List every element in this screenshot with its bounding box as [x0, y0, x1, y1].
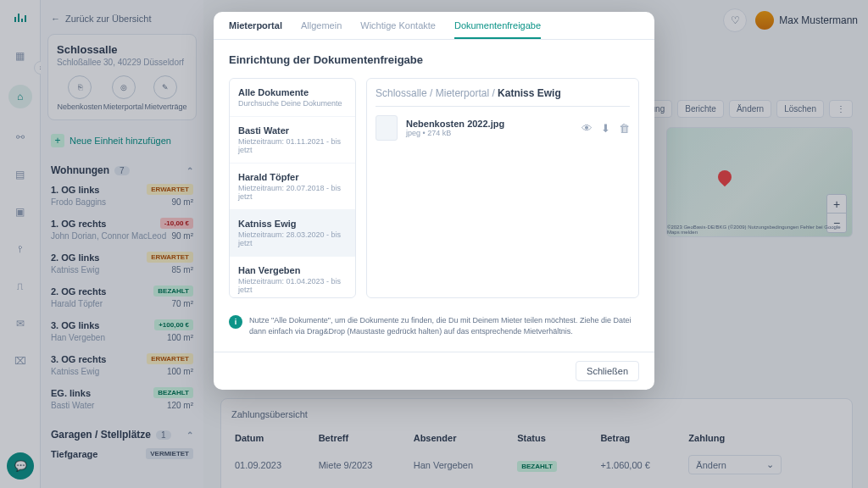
tenant-item[interactable]: Han Vergeben Mietzeitraum: 01.04.2023 - …	[230, 257, 355, 298]
breadcrumb: Schlossalle / Mieterportal / Katniss Ewi…	[376, 87, 630, 107]
modal: MieterportalAllgemeinWichtige KontakteDo…	[214, 12, 654, 390]
tenant-sub: Mietzeitraum: 20.07.2018 - bis jetzt	[238, 184, 347, 201]
tenant-name: Harald Töpfer	[238, 172, 347, 182]
file-row: Nebenkosten 2022.jpg jpeg • 274 kB 👁 ⬇ 🗑	[376, 107, 630, 149]
modal-tab[interactable]: Allgemein	[301, 20, 342, 39]
modal-tabs: MieterportalAllgemeinWichtige KontakteDo…	[214, 12, 654, 40]
file-actions: 👁 ⬇ 🗑	[581, 122, 630, 135]
file-name: Nebenkosten 2022.jpg	[406, 119, 573, 129]
file-thumb-icon	[376, 115, 398, 141]
close-button[interactable]: Schließen	[576, 361, 639, 381]
info-icon: i	[229, 315, 242, 329]
modal-title: Einrichtung der Dokumentenfreigabe	[229, 53, 639, 66]
tenant-name: Katniss Ewig	[238, 219, 347, 229]
tenant-item[interactable]: Alle Dokumente Durchsuche Deine Dokument…	[230, 79, 355, 117]
file-meta: jpeg • 274 kB	[406, 129, 573, 137]
tenant-sub: Durchsuche Deine Dokumente	[238, 99, 347, 108]
tenant-name: Basti Water	[238, 125, 347, 136]
modal-overlay: MieterportalAllgemeinWichtige KontakteDo…	[0, 0, 868, 488]
tenant-sub: Mietzeitraum: 01.11.2021 - bis jetzt	[238, 137, 347, 154]
download-icon[interactable]: ⬇	[601, 122, 610, 135]
tenant-name: Alle Dokumente	[238, 87, 347, 97]
modal-tab[interactable]: Wichtige Kontakte	[360, 20, 436, 39]
tenant-list: Alle Dokumente Durchsuche Deine Dokument…	[229, 78, 356, 298]
tenant-sub: Mietzeitraum: 01.04.2023 - bis jetzt	[238, 277, 347, 294]
hint: i Nutze "Alle Dokumente", um die Dokumen…	[229, 308, 639, 343]
tenant-item[interactable]: Basti Water Mietzeitraum: 01.11.2021 - b…	[230, 117, 355, 164]
tenant-item[interactable]: Katniss Ewig Mietzeitraum: 28.03.2020 - …	[230, 210, 355, 257]
modal-tab[interactable]: Mieterportal	[229, 20, 282, 39]
trash-icon[interactable]: 🗑	[619, 122, 630, 135]
tenant-item[interactable]: Harald Töpfer Mietzeitraum: 20.07.2018 -…	[230, 164, 355, 210]
modal-tab[interactable]: Dokumentenfreigabe	[454, 20, 541, 39]
tenant-name: Han Vergeben	[238, 265, 347, 275]
tenant-sub: Mietzeitraum: 28.03.2020 - bis jetzt	[238, 230, 347, 247]
breadcrumb-current: Katniss Ewig	[498, 87, 561, 99]
modal-footer: Schließen	[214, 352, 654, 390]
eye-icon[interactable]: 👁	[581, 122, 593, 135]
doc-panel: Schlossalle / Mieterportal / Katniss Ewi…	[366, 78, 639, 298]
